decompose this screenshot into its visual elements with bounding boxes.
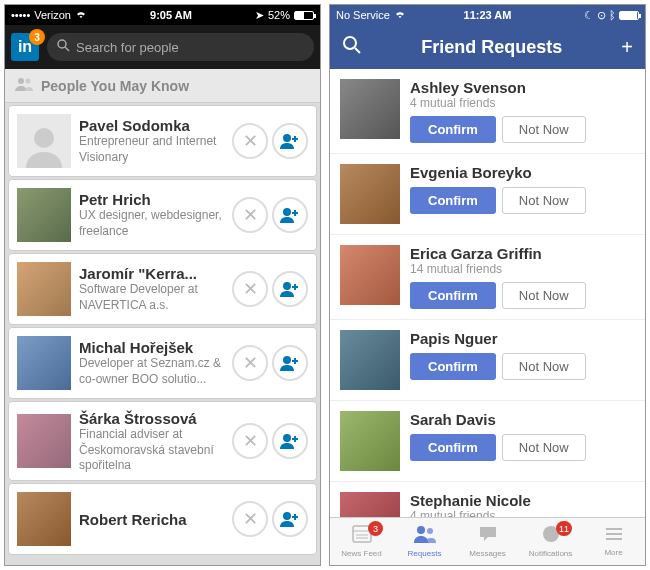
dismiss-button[interactable]: ✕ [232,345,268,381]
tab-label: News Feed [341,549,381,558]
list-item[interactable]: Petr HrichUX designer, webdesigner, free… [8,179,317,251]
tab-news-feed[interactable]: News Feed3 [330,518,393,565]
dismiss-button[interactable]: ✕ [232,197,268,233]
search-icon [57,39,70,55]
connect-button[interactable] [272,271,308,307]
connect-button[interactable] [272,123,308,159]
confirm-button[interactable]: Confirm [410,353,496,380]
tab-notifications[interactable]: Notifications11 [519,518,582,565]
person-name: Petr Hrich [79,191,224,208]
dismiss-button[interactable]: ✕ [232,501,268,537]
clock: 9:05 AM [91,9,251,21]
battery-label: 52% [268,9,290,21]
tab-messages[interactable]: Messages [456,518,519,565]
person-name: Michal Hořejšek [79,339,224,356]
list-item[interactable]: Pavel SodomkaEntrepreneur and Internet V… [8,105,317,177]
person-name: Stephanie Nicole [410,492,635,509]
person-name: Erica Garza Griffin [410,245,635,262]
signal-icon: ••••• [11,9,30,21]
search-button[interactable] [342,35,362,60]
connect-button[interactable] [272,197,308,233]
person-name: Šárka Štrossová [79,410,224,427]
list-item[interactable]: Evgenia BoreykoConfirmNot Now [330,154,645,235]
person-name: Papis Nguer [410,330,635,347]
dismiss-button[interactable]: ✕ [232,271,268,307]
search-input[interactable]: Search for people [47,33,314,61]
list-item[interactable]: Jaromír "Kerra...Software Developer at N… [8,253,317,325]
tab-requests[interactable]: Requests [393,518,456,565]
connect-button[interactable] [272,423,308,459]
person-name: Sarah Davis [410,411,635,428]
tab-label: Requests [408,549,442,558]
tab-bar: News Feed3RequestsMessagesNotifications1… [330,517,645,565]
svg-point-5 [283,134,291,142]
connect-button[interactable] [272,345,308,381]
svg-point-17 [417,526,425,534]
mutual-friends: 4 mutual friends [410,509,635,517]
page-title: Friend Requests [421,37,562,58]
svg-point-8 [283,356,291,364]
wifi-icon [394,9,406,21]
avatar [340,245,400,305]
clock: 11:23 AM [464,9,512,21]
connect-button[interactable] [272,501,308,537]
svg-point-0 [58,40,66,48]
dismiss-button[interactable]: ✕ [232,123,268,159]
moon-icon: ☾ [584,9,594,22]
wifi-icon [75,9,87,21]
tab-badge: 3 [368,521,383,536]
svg-point-6 [283,208,291,216]
list-item[interactable]: Papis NguerConfirmNot Now [330,320,645,401]
linkedin-logo[interactable]: in 3 [11,33,39,61]
list-item[interactable]: Erica Garza Griffin14 mutual friendsConf… [330,235,645,320]
svg-point-11 [344,37,356,49]
more-icon [604,526,624,547]
facebook-phone: No Service 11:23 AM ☾ ⊙ ᛒ Friend Request… [329,4,646,566]
confirm-button[interactable]: Confirm [410,116,496,143]
person-desc: Financial adviser at Českomoravská stave… [79,427,224,472]
svg-point-4 [34,128,54,148]
status-bar: No Service 11:23 AM ☾ ⊙ ᛒ [330,5,645,25]
avatar [17,414,71,468]
notification-badge: 3 [29,29,45,45]
notnow-button[interactable]: Not Now [502,282,586,309]
battery-icon [294,11,314,20]
list-item[interactable]: Stephanie Nicole4 mutual friendsConfirmN… [330,482,645,517]
linkedin-header: in 3 Search for people [5,25,320,69]
svg-point-7 [283,282,291,290]
confirm-button[interactable]: Confirm [410,282,496,309]
add-button[interactable]: + [621,36,633,59]
people-icon [15,77,33,94]
confirm-button[interactable]: Confirm [410,434,496,461]
tab-label: Messages [469,549,505,558]
notnow-button[interactable]: Not Now [502,187,586,214]
list-item[interactable]: Ashley Svenson4 mutual friendsConfirmNot… [330,69,645,154]
notnow-button[interactable]: Not Now [502,434,586,461]
avatar [340,164,400,224]
status-bar: ••••• Verizon 9:05 AM ➤ 52% [5,5,320,25]
avatar [17,188,71,242]
list-item[interactable]: Michal HořejšekDeveloper at Seznam.cz & … [8,327,317,399]
person-desc: Developer at Seznam.cz & co-owner BOO so… [79,356,224,387]
avatar [340,411,400,471]
tab-more[interactable]: More [582,518,645,565]
svg-point-2 [18,78,24,84]
list-item[interactable]: Šárka ŠtrossováFinancial adviser at Česk… [8,401,317,481]
dismiss-button[interactable]: ✕ [232,423,268,459]
list-item[interactable]: Sarah DavisConfirmNot Now [330,401,645,482]
suggestions-list[interactable]: Pavel SodomkaEntrepreneur and Internet V… [5,103,320,565]
requests-list[interactable]: Ashley Svenson4 mutual friendsConfirmNot… [330,69,645,517]
confirm-button[interactable]: Confirm [410,187,496,214]
linkedin-phone: ••••• Verizon 9:05 AM ➤ 52% in 3 Search … [4,4,321,566]
svg-point-9 [283,434,291,442]
messages-icon [478,525,498,548]
list-item[interactable]: Robert Rericha✕ [8,483,317,555]
notnow-button[interactable]: Not Now [502,116,586,143]
carrier-label: Verizon [34,9,71,21]
avatar [340,492,400,517]
avatar [17,262,71,316]
tab-badge: 11 [556,521,572,536]
person-desc: Entrepreneur and Internet Visionary [79,134,224,165]
notnow-button[interactable]: Not Now [502,353,586,380]
alarm-icon: ⊙ [597,9,606,22]
